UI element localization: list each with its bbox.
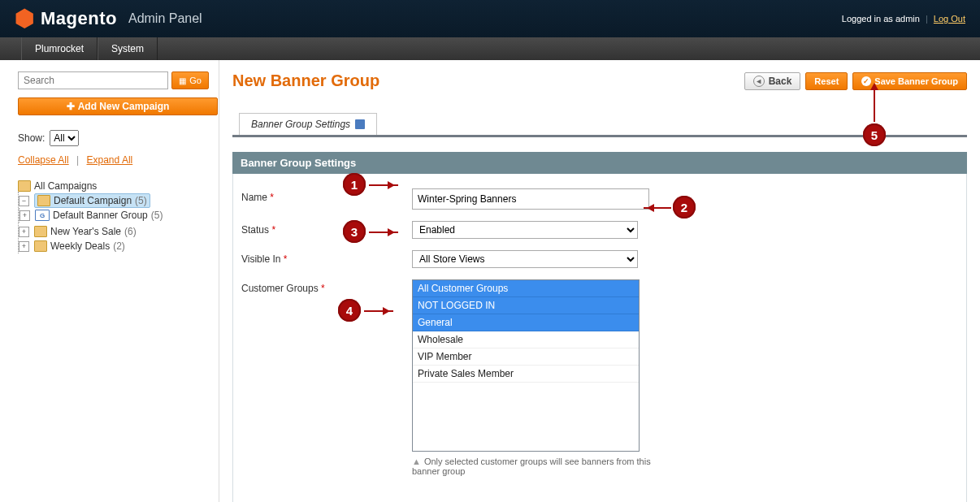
collapse-toggle-icon[interactable]: − (19, 196, 29, 206)
main-content: New Banner Group ◄ Back Reset ✓ Save Ban… (219, 60, 980, 502)
section-heading: Banner Group Settings (232, 152, 967, 174)
tree-item-new-years-sale[interactable]: + New Year's Sale (6) (19, 226, 209, 237)
name-label: Name * (241, 188, 412, 210)
section-body: Name * Status * Enabled Visible In * All… (232, 174, 967, 502)
customer-groups-multiselect[interactable]: All Customer Groups NOT LOGGED IN Genera… (412, 279, 640, 452)
show-select[interactable]: All (50, 130, 79, 146)
admin-header: ⬢ Magento Admin Panel Logged in as admin… (0, 0, 980, 37)
separator: | (76, 154, 79, 166)
sidebar: ▦ Go ✚ Add New Campaign Show: All Collap… (0, 60, 219, 502)
tree-item-weekly-deals[interactable]: + Weekly Deals (2) (19, 240, 209, 252)
plus-icon: ✚ (67, 101, 75, 112)
reset-label: Reset (814, 76, 839, 86)
go-label: Go (189, 76, 202, 85)
header-right: Logged in as admin | Log Out (842, 14, 965, 24)
annotation-arrow-1 (369, 184, 398, 186)
main-nav: Plumrocket System (0, 37, 980, 60)
annotation-badge-2: 2 (673, 196, 696, 219)
group-option[interactable]: VIP Member (413, 348, 639, 366)
tree-item-count: (5) (151, 210, 163, 221)
save-label: Save Banner Group (874, 76, 958, 86)
annotation-arrow-3 (369, 232, 398, 233)
tree-item-count: (2) (113, 240, 125, 252)
tree-item-default-banner-group[interactable]: + G Default Banner Group (5) (20, 210, 209, 221)
page-title: New Banner Group (232, 71, 379, 90)
add-campaign-label: Add New Campaign (78, 101, 170, 112)
customer-groups-hint: ▲Only selected customer groups will see … (412, 457, 656, 476)
group-option[interactable]: Wholesale (413, 331, 639, 348)
tree-item-default-campaign[interactable]: − Default Campaign (5) (19, 193, 209, 208)
folder-icon (18, 180, 31, 192)
tree-item-count: (5) (135, 195, 147, 206)
back-icon: ◄ (753, 76, 765, 87)
tree-item-label: Weekly Deals (50, 240, 110, 252)
nav-item-plumrocket[interactable]: Plumrocket (21, 37, 98, 60)
go-button[interactable]: ▦ Go (171, 71, 209, 89)
tab-banner-group-settings[interactable]: Banner Group Settings (239, 113, 377, 135)
tree-item-label: New Year's Sale (50, 226, 121, 237)
annotation-badge-5: 5 (863, 123, 886, 146)
separator: | (926, 14, 928, 24)
expand-toggle-icon[interactable]: + (20, 210, 30, 221)
tree-root-label: All Campaigns (34, 180, 97, 192)
tabs: Banner Group Settings (232, 113, 967, 137)
group-option[interactable]: All Customer Groups (413, 280, 639, 297)
group-icon: G (35, 210, 50, 221)
triangle-icon: ▲ (412, 457, 421, 466)
group-option[interactable]: General (413, 314, 639, 331)
name-input[interactable] (412, 188, 649, 210)
status-label: Status * (241, 221, 412, 239)
tree-item-label: Default Campaign (54, 195, 132, 206)
tree-item-count: (6) (124, 226, 137, 237)
back-label: Back (769, 76, 792, 87)
expand-all-link[interactable]: Expand All (87, 154, 133, 166)
calendar-icon: ▦ (179, 76, 186, 85)
nav-item-system[interactable]: System (98, 37, 158, 60)
annotation-arrow-5 (874, 86, 875, 122)
campaign-tree: All Campaigns − Default Campaign (5) (18, 179, 209, 255)
annotation-arrow-2 (644, 207, 671, 209)
back-button[interactable]: ◄ Back (744, 72, 801, 90)
annotation-badge-4: 4 (338, 299, 361, 322)
expand-toggle-icon[interactable]: + (19, 227, 29, 237)
tab-label: Banner Group Settings (251, 119, 350, 130)
annotation-badge-3: 3 (343, 220, 366, 243)
logged-in-text: Logged in as admin (842, 14, 920, 24)
show-label: Show: (18, 132, 45, 144)
tree-root[interactable]: All Campaigns (18, 180, 209, 192)
brand-name: Magento (41, 8, 117, 29)
annotation-arrow-4 (364, 310, 393, 312)
search-input[interactable] (18, 71, 168, 89)
folder-icon (34, 240, 47, 252)
group-option[interactable]: Private Sales Member (413, 366, 639, 383)
logo: ⬢ Magento Admin Panel (15, 7, 202, 30)
disk-icon (355, 119, 365, 129)
brand-sub: Admin Panel (128, 11, 202, 26)
status-select[interactable]: Enabled (412, 221, 638, 239)
annotation-badge-1: 1 (343, 173, 366, 196)
magento-icon: ⬢ (15, 7, 34, 30)
reset-button[interactable]: Reset (805, 72, 848, 90)
folder-icon (34, 226, 47, 237)
folder-icon (37, 195, 50, 206)
collapse-all-link[interactable]: Collapse All (18, 154, 69, 166)
group-option[interactable]: NOT LOGGED IN (413, 297, 639, 314)
add-campaign-button[interactable]: ✚ Add New Campaign (18, 97, 218, 115)
visible-in-label: Visible In * (241, 250, 412, 268)
expand-toggle-icon[interactable]: + (19, 241, 29, 252)
tree-item-label: Default Banner Group (53, 210, 148, 221)
logout-link[interactable]: Log Out (934, 14, 965, 24)
visible-in-select[interactable]: All Store Views (412, 250, 638, 268)
